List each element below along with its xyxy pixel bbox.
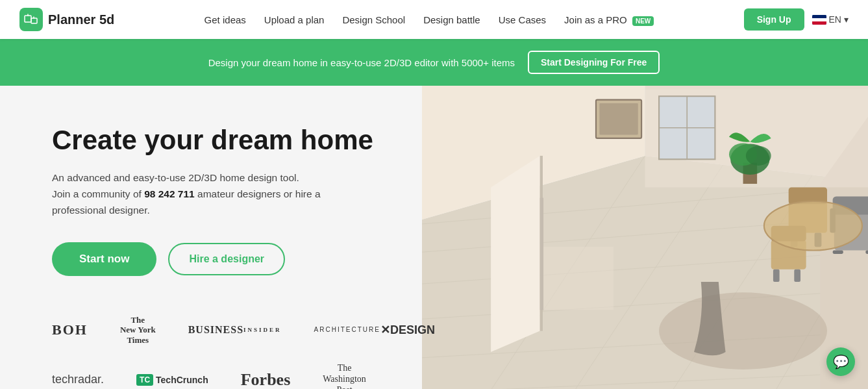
flag-icon	[812, 15, 826, 25]
xdesign-logo: ARCHITECTURE ✕DESIGN	[314, 323, 435, 337]
chat-icon: 💬	[833, 354, 849, 370]
nav-use-cases[interactable]: Use Cases	[499, 14, 546, 25]
logo-icon	[19, 8, 43, 31]
navbar: Planner 5d Get ideas Upload a plan Desig…	[0, 0, 868, 39]
hero-title: Create your dream home	[52, 125, 390, 156]
hero-section: Create your dream home An advanced and e…	[0, 86, 868, 389]
nyt-logo: TheNew YorkTimes	[120, 315, 156, 345]
techcrunch-logo: TC TechCrunch	[136, 374, 208, 386]
community-count: 98 242 711	[144, 188, 195, 199]
svg-point-46	[659, 292, 827, 370]
hero-desc-1: An advanced and easy-to-use 2D/3D home d…	[52, 172, 299, 183]
svg-rect-1	[31, 18, 37, 23]
hire-designer-button[interactable]: Hire a designer	[168, 243, 285, 275]
chevron-down-icon: ▾	[844, 14, 849, 25]
hero-content: Create your dream home An advanced and e…	[0, 86, 422, 389]
svg-rect-25	[599, 103, 638, 135]
nav-design-battle[interactable]: Design battle	[423, 14, 480, 25]
nav-right: Sign Up EN ▾	[744, 8, 849, 31]
techradar-logo: techradar.	[52, 373, 104, 386]
start-now-button[interactable]: Start now	[52, 242, 156, 276]
pro-badge: NEW	[632, 16, 654, 26]
nav-join-pro[interactable]: Join as a PRO NEW	[564, 14, 654, 25]
hero-desc-2: Join a community of	[52, 188, 144, 199]
svg-point-29	[746, 146, 771, 166]
svg-rect-41	[865, 251, 868, 254]
nav-design-school[interactable]: Design School	[342, 14, 405, 25]
boh-logo: BOH	[52, 321, 88, 338]
nav-links: Get ideas Upload a plan Design School De…	[205, 14, 654, 25]
wapo-logo: TheWashingtonPost	[323, 363, 366, 389]
nav-upload-plan[interactable]: Upload a plan	[264, 14, 325, 25]
logos-row-1: BOH TheNew YorkTimes BUSINESSINSIDER ARC…	[52, 315, 390, 345]
logo-text: Planner 5d	[48, 12, 114, 27]
hero-image	[422, 86, 868, 389]
promo-banner: Design your dream home in easy-to-use 2D…	[0, 39, 868, 86]
signup-button[interactable]: Sign Up	[744, 8, 804, 31]
bi-logo: BUSINESSINSIDER	[188, 324, 282, 336]
svg-rect-48	[543, 247, 614, 310]
svg-rect-47	[540, 198, 543, 310]
forbes-logo: Forbes	[241, 370, 291, 389]
chat-button[interactable]: 💬	[826, 347, 855, 376]
lang-code: EN	[829, 14, 841, 25]
start-designing-button[interactable]: Start Designing For Free	[528, 51, 660, 74]
svg-rect-40	[833, 251, 843, 254]
banner-text: Design your dream home in easy-to-use 2D…	[208, 57, 515, 68]
svg-marker-16	[491, 156, 540, 352]
logos-row-2: techradar. TC TechCrunch Forbes TheWashi…	[52, 363, 390, 389]
svg-rect-37	[794, 270, 800, 282]
nav-get-ideas[interactable]: Get ideas	[205, 14, 246, 25]
svg-rect-0	[25, 16, 31, 22]
press-logos: BOH TheNew YorkTimes BUSINESSINSIDER ARC…	[52, 315, 390, 389]
hero-description: An advanced and easy-to-use 2D/3D home d…	[52, 170, 364, 218]
hero-buttons: Start now Hire a designer	[52, 242, 390, 276]
language-selector[interactable]: EN ▾	[812, 14, 849, 25]
logo[interactable]: Planner 5d	[19, 8, 114, 31]
svg-rect-36	[773, 270, 780, 282]
